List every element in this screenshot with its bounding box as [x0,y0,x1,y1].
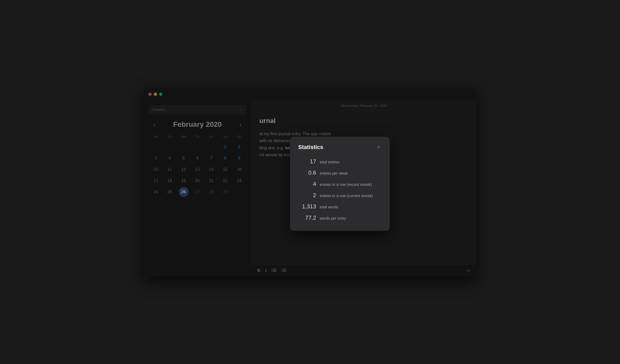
stat-value-entries-per-week: 0.6 [298,169,316,176]
stat-row-entries-per-week: 0.6 entries per week [298,168,382,178]
stat-label-total-words: total words [320,205,338,209]
stat-label-entries-per-week: entries per week [320,171,348,175]
stat-row-words-per-entry: 77.2 words per entry [298,213,382,223]
stat-value-current-streak: 2 [298,192,316,199]
statistics-modal: Statistics × 17 total entries 0.6 entrie… [290,137,390,231]
stat-value-total-words: 1,313 [298,203,316,210]
modal-header: Statistics × [298,144,382,151]
stat-value-record-streak: 4 [298,181,316,187]
stat-label-words-per-entry: words per entry [320,216,346,220]
stat-row-total-words: 1,313 total words [298,202,382,211]
stat-label-record-streak: entries in a row (record streak) [320,182,372,187]
modal-title: Statistics [298,144,323,151]
modal-close-button[interactable]: × [375,144,382,150]
stat-value-words-per-entry: 77.2 [298,214,316,221]
stat-row-total-entries: 17 total entries [298,157,382,166]
stat-value-total-entries: 17 [298,158,316,165]
stat-row-current-streak: 2 entries in a row (current streak) [298,190,382,200]
stat-label-total-entries: total entries [320,160,340,164]
stat-label-current-streak: entries in a row (current streak) [320,194,373,198]
stats-list: 17 total entries 0.6 entries per week 4 … [298,157,382,223]
app-window: → ‹ February 2020 › Mo Tu We Th Fr Sa Su [144,87,476,277]
stat-row-record-streak: 4 entries in a row (record streak) [298,179,382,189]
